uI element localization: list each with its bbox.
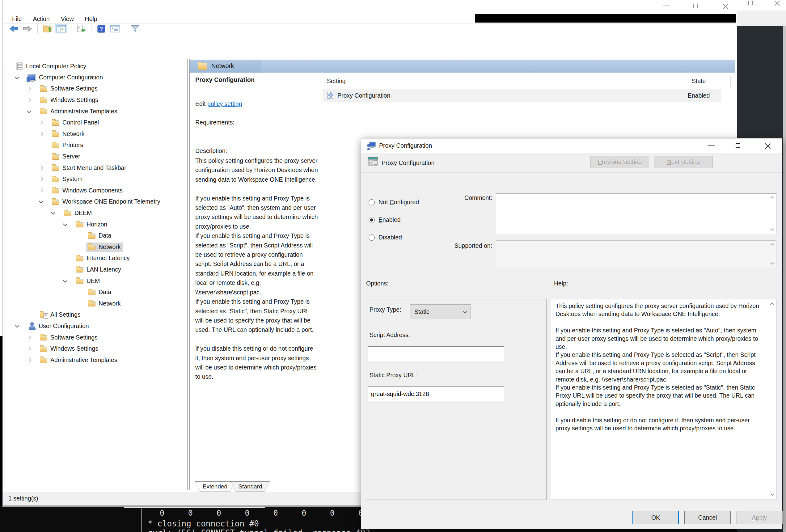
tree-item-target[interactable]: Network <box>86 299 123 308</box>
tree-item-lan-latency[interactable]: LAN Latency <box>5 264 187 276</box>
scroll-down-icon[interactable] <box>770 492 774 496</box>
chevron-down-icon[interactable] <box>63 278 67 283</box>
chevron-right-icon[interactable] <box>27 358 31 362</box>
minimize-icon[interactable] <box>708 142 715 146</box>
radio-circle[interactable] <box>369 234 375 241</box>
proxy-type-dropdown[interactable]: Static <box>410 304 471 319</box>
tree-item-target[interactable]: Administrative Templates <box>38 107 120 116</box>
setting-row[interactable]: Proxy Configuration Enabled No <box>323 89 721 102</box>
tree-item-target[interactable]: Computer Configuration <box>26 73 106 82</box>
tree-item-windows-settings[interactable]: Windows Settings <box>5 95 187 106</box>
chevron-right-icon[interactable] <box>27 87 31 91</box>
tree-item-computer-configuration[interactable]: Computer Configuration <box>5 72 187 84</box>
next-setting-button[interactable]: Next Setting <box>654 156 713 168</box>
forward-icon[interactable] <box>21 24 34 33</box>
maximize-icon[interactable] <box>748 1 753 5</box>
tree-item-horizon[interactable]: Horizon <box>5 219 187 230</box>
supported-on-box[interactable] <box>496 240 777 268</box>
tree-item-target[interactable]: User Configuration <box>26 321 91 331</box>
scroll-up-icon[interactable] <box>770 196 774 200</box>
tree-item-data[interactable]: Data <box>5 287 187 298</box>
tree-item-target[interactable]: Software Settings <box>38 84 100 93</box>
radio-circle[interactable] <box>369 199 375 205</box>
tree-item-all-settings[interactable]: All Settings <box>5 309 187 321</box>
chevron-right-icon[interactable] <box>39 120 43 125</box>
column-setting[interactable]: Setting <box>327 77 346 85</box>
column-comment[interactable]: Comment <box>731 77 735 85</box>
chevron-down-icon[interactable] <box>39 199 43 203</box>
export-list-icon[interactable] <box>75 24 88 33</box>
script-address-input[interactable] <box>368 346 504 361</box>
help-box[interactable]: This policy setting configures the proxy… <box>551 299 777 500</box>
extended-view-icon[interactable] <box>109 24 121 33</box>
radio-circle-checked[interactable] <box>369 217 375 223</box>
tree-item-software-settings[interactable]: Software Settings <box>5 83 187 95</box>
menu-help[interactable]: Help <box>79 16 103 23</box>
menu-action[interactable]: Action <box>27 16 55 23</box>
dialog-titlebar[interactable]: Proxy Configuration <box>361 138 782 153</box>
tree-item-target[interactable]: Network <box>86 242 123 252</box>
menu-file[interactable]: File <box>6 16 27 23</box>
chevron-down-icon[interactable] <box>15 323 19 328</box>
tree-item-deem[interactable]: DEEM <box>5 208 187 219</box>
chevron-down-icon[interactable] <box>27 109 31 113</box>
console-tree-panel[interactable]: Local Computer PolicyComputer Configurat… <box>5 59 188 490</box>
tree-item-system[interactable]: System <box>5 174 187 185</box>
tree-item-network[interactable]: Network <box>5 298 187 309</box>
tab-extended[interactable]: Extended <box>195 481 235 492</box>
close-icon[interactable] <box>764 143 771 149</box>
radio-option-enabled[interactable]: Enabled <box>369 211 419 229</box>
tree-item-target[interactable]: LAN Latency <box>74 265 123 274</box>
show-console-tree-icon[interactable] <box>55 24 67 33</box>
chevron-right-icon[interactable] <box>39 166 43 170</box>
tree-item-network[interactable]: Network <box>5 241 187 253</box>
tree-item-printers[interactable]: Printers <box>5 140 187 151</box>
tree-item-control-panel[interactable]: Control Panel <box>5 117 187 129</box>
previous-setting-button[interactable]: Previous Setting <box>591 156 649 168</box>
tree-item-target[interactable]: Start Menu and Taskbar <box>50 163 129 173</box>
chevron-down-icon[interactable] <box>63 222 67 226</box>
maximize-icon[interactable] <box>693 4 698 8</box>
static-proxy-url-input[interactable] <box>368 387 504 401</box>
tree-item-network[interactable]: Network <box>5 129 187 140</box>
up-one-level-icon[interactable] <box>41 24 54 33</box>
tree-item-target[interactable]: Internet Latency <box>74 254 132 263</box>
chevron-down-icon[interactable] <box>51 210 55 215</box>
column-state[interactable]: State <box>667 77 731 85</box>
close-icon[interactable] <box>722 3 729 10</box>
tree-item-target[interactable]: Data <box>86 287 114 297</box>
tree-item-server[interactable]: Server <box>5 151 187 162</box>
tree-item-internet-latency[interactable]: Internet Latency <box>5 253 187 264</box>
tree-item-local-computer-policy[interactable]: Local Computer Policy <box>5 61 187 72</box>
chevron-right-icon[interactable] <box>39 132 43 136</box>
chevron-right-icon[interactable] <box>39 177 43 181</box>
maximize-icon[interactable] <box>736 143 740 148</box>
tree-item-target[interactable]: Local Computer Policy <box>15 62 89 71</box>
tree-item-target[interactable]: Windows Settings <box>38 344 101 353</box>
tree-item-user-configuration[interactable]: User Configuration <box>5 321 187 332</box>
close-icon[interactable] <box>773 0 781 7</box>
background-window-scrollbar[interactable] <box>783 26 786 532</box>
tree-item-target[interactable]: All Settings <box>38 310 83 320</box>
tree-item-windows-components[interactable]: Windows Components <box>5 185 187 196</box>
tree-item-target[interactable]: Horizon <box>74 220 110 229</box>
tree-item-start-menu-and-taskbar[interactable]: Start Menu and Taskbar <box>5 162 187 174</box>
cancel-button[interactable]: Cancel <box>684 511 731 524</box>
chevron-down-icon[interactable] <box>15 75 19 79</box>
tree-item-target[interactable]: Software Settings <box>38 333 100 342</box>
scroll-up-icon[interactable] <box>770 302 774 306</box>
chevron-right-icon[interactable] <box>27 347 31 351</box>
comment-textarea[interactable] <box>496 193 777 234</box>
tree-item-target[interactable]: Workspace ONE Endpoint Telemetry <box>50 197 163 206</box>
tree-item-target[interactable]: Administrative Templates <box>38 355 120 365</box>
scroll-down-icon[interactable] <box>770 227 774 231</box>
chevron-right-icon[interactable] <box>39 188 43 192</box>
scroll-down-icon[interactable] <box>770 261 774 265</box>
tree-item-target[interactable]: Printers <box>50 141 86 150</box>
tree-item-workspace-one-endpoint-telemetry[interactable]: Workspace ONE Endpoint Telemetry <box>5 196 187 208</box>
tree-item-data[interactable]: Data <box>5 230 187 241</box>
ok-button[interactable]: OK <box>632 511 679 524</box>
filter-icon[interactable] <box>129 24 141 33</box>
tree-item-target[interactable]: Server <box>50 152 83 161</box>
tree-item-target[interactable]: Network <box>50 130 87 139</box>
